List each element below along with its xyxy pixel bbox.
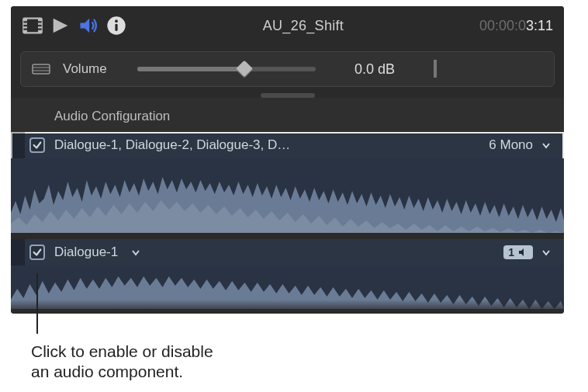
volume-slider-fill xyxy=(137,67,244,71)
info-tab-icon[interactable] xyxy=(105,15,127,36)
svg-marker-19 xyxy=(519,248,524,256)
audio-tab-icon[interactable] xyxy=(78,15,99,36)
callout-line-2: an audio component. xyxy=(31,363,183,380)
volume-label: Volume xyxy=(63,61,125,77)
inspector-topbar: AU_26_Shift 00:00:03:11 xyxy=(11,6,564,45)
svg-rect-7 xyxy=(38,21,42,23)
timecode-main: 3:11 xyxy=(526,18,553,33)
svg-rect-6 xyxy=(23,29,27,30)
keyframe-diamond-icon[interactable] xyxy=(434,61,437,77)
svg-marker-11 xyxy=(81,19,90,33)
speaker-icon xyxy=(517,247,528,258)
svg-rect-8 xyxy=(38,25,42,26)
component-header: Dialogue-1 1 xyxy=(11,239,564,265)
volume-slider[interactable] xyxy=(137,67,316,71)
volume-slider-thumb[interactable] xyxy=(236,61,254,78)
svg-point-13 xyxy=(115,19,118,23)
callout-text: Click to enable or disable an audio comp… xyxy=(31,342,213,383)
channel-config-label: 6 Mono xyxy=(489,137,533,153)
channel-number: 1 xyxy=(508,246,514,258)
chevron-down-icon xyxy=(541,140,552,151)
volume-parameter-icon[interactable] xyxy=(32,62,50,76)
callout-line-1: Click to enable or disable xyxy=(31,342,213,360)
audio-component-row[interactable]: Dialogue-1 1 xyxy=(11,239,564,309)
color-tab-icon[interactable] xyxy=(50,15,71,36)
channel-config-dropdown[interactable]: 6 Mono xyxy=(489,137,552,153)
channel-badge: 1 xyxy=(503,245,533,259)
callout-leader-line xyxy=(36,273,38,334)
component-header: Dialogue-1, Dialogue-2, Dialogue-3, D… 6… xyxy=(11,132,564,158)
audio-inspector-panel: AU_26_Shift 00:00:03:11 Volume 0.0 dB Au… xyxy=(11,6,564,314)
enable-checkbox[interactable] xyxy=(29,245,45,260)
volume-value[interactable]: 0.0 dB xyxy=(328,61,421,78)
waveform-display[interactable] xyxy=(11,158,564,233)
clip-title: AU_26_Shift xyxy=(127,18,479,34)
component-name[interactable]: Dialogue-1 xyxy=(54,245,118,260)
svg-rect-5 xyxy=(23,25,27,26)
channel-badge-group[interactable]: 1 xyxy=(503,245,552,259)
svg-rect-15 xyxy=(33,64,50,74)
svg-marker-10 xyxy=(54,19,68,33)
volume-row: Volume 0.0 dB xyxy=(20,51,555,87)
chevron-down-icon xyxy=(541,247,552,258)
component-name[interactable]: Dialogue-1, Dialogue-2, Dialogue-3, D… xyxy=(54,137,290,153)
audio-configuration-heading: Audio Configuration xyxy=(11,98,564,132)
audio-component-row[interactable]: Dialogue-1, Dialogue-2, Dialogue-3, D… 6… xyxy=(11,132,564,233)
enable-checkbox[interactable] xyxy=(29,137,45,153)
svg-rect-14 xyxy=(115,24,117,31)
timecode-leading: 00:00:0 xyxy=(479,18,526,33)
topbar-icon-group xyxy=(22,15,127,36)
svg-rect-9 xyxy=(38,29,42,30)
waveform-display[interactable] xyxy=(11,265,564,309)
video-tab-icon[interactable] xyxy=(22,15,43,36)
timecode-display: 00:00:03:11 xyxy=(479,18,553,34)
chevron-down-icon[interactable] xyxy=(130,247,141,258)
svg-rect-4 xyxy=(23,21,27,23)
